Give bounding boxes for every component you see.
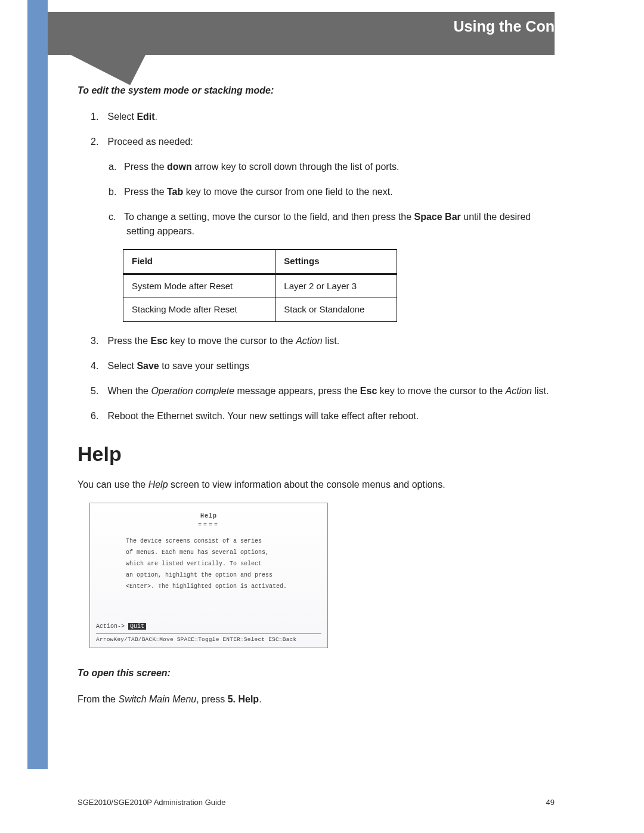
text-bold: down (167, 162, 192, 172)
text: You can use the (78, 479, 148, 490)
step-2: 2. Proceed as needed: a.Press the down a… (91, 135, 555, 322)
substep-a: a.Press the down arrow key to scroll dow… (109, 160, 555, 174)
text: key to move the cursor to the (168, 336, 296, 346)
step-4: 4. Select Save to save your settings (91, 359, 555, 373)
text: To change a setting, move the cursor to … (124, 212, 414, 222)
console-body: The device screens consist of a series o… (96, 535, 321, 592)
cell: Stack or Standalone (275, 298, 397, 322)
console-line: <Enter>. The highlighted option is activ… (126, 581, 292, 592)
page-footer: SGE2010/SGE2010P Administration Guide 49 (78, 798, 555, 807)
text-bold: Tab (167, 187, 183, 197)
step-5: 5. When the Operation complete message a… (91, 384, 555, 398)
procedure-heading-open-screen: To open this screen: (78, 666, 555, 680)
step-number: 6. (91, 409, 105, 423)
step-number: 1. (91, 110, 105, 124)
text-italic: Action (296, 336, 322, 346)
action-selected: Quit (128, 623, 146, 630)
step-1: 1. Select Edit. (91, 110, 555, 124)
cell: Stacking Mode after Reset (123, 298, 275, 322)
sub-letter: b. (109, 185, 124, 199)
text-bold: Edit (137, 112, 154, 122)
step-6: 6. Reboot the Ethernet switch. Your new … (91, 409, 555, 423)
text: Proceed as needed: (107, 137, 193, 147)
text: key to move the cursor to the (377, 386, 505, 396)
cell: Layer 2 or Layer 3 (275, 274, 397, 298)
table-row: Stacking Mode after Reset Stack or Stand… (123, 298, 397, 322)
console-action-line: Action-> Quit (96, 622, 321, 631)
action-label: Action-> (96, 623, 125, 630)
text-bold: 5. Help (228, 694, 259, 704)
step-number: 5. (91, 384, 105, 398)
table-header-row: Field Settings (123, 250, 397, 274)
page-content: To edit the system mode or stacking mode… (78, 83, 555, 707)
text: Reboot the Ethernet switch. Your new set… (107, 411, 419, 421)
step-number: 2. (91, 135, 105, 149)
text: message appears, press the (234, 386, 360, 396)
console-screenshot: Help ==== The device screens consist of … (89, 503, 328, 648)
text: list. (532, 386, 549, 396)
step-3: 3. Press the Esc key to move the cursor … (91, 334, 555, 348)
console-line: The device screens consist of a series (126, 535, 292, 547)
text: . (259, 694, 261, 704)
sub-letter: a. (109, 160, 124, 174)
section-heading-help: Help (78, 439, 555, 469)
text: When the (107, 386, 151, 396)
console-title-underline: ==== (96, 521, 321, 529)
step-number: 4. (91, 359, 105, 373)
text: Press the (124, 162, 167, 172)
text-bold: Esc (360, 386, 377, 396)
text: From the (78, 694, 118, 704)
text: list. (323, 336, 339, 346)
console-line: which are listed vertically. To select (126, 558, 292, 569)
text: Press the (107, 336, 150, 346)
text-italic: Help (148, 479, 168, 490)
text: key to move the cursor from one field to… (183, 187, 392, 197)
procedure-heading-edit-mode: To edit the system mode or stacking mode… (78, 83, 555, 98)
text-italic: Operation complete (151, 386, 234, 396)
footer-doc-title: SGE2010/SGE2010P Administration Guide (78, 798, 225, 807)
text-bold: Space Bar (414, 212, 461, 222)
text: . (155, 112, 157, 122)
console-line: of menus. Each menu has several options, (126, 547, 292, 558)
side-accent-bar (27, 0, 48, 769)
help-intro: You can use the Help screen to view info… (78, 478, 555, 492)
text-italic: Action (506, 386, 532, 396)
text-italic: Switch Main Menu (118, 694, 196, 704)
text: screen to view information about the con… (168, 479, 445, 490)
console-title: Help (96, 512, 321, 521)
text-bold: Save (137, 361, 159, 371)
substeps: a.Press the down arrow key to scroll dow… (91, 160, 555, 239)
substep-b: b.Press the Tab key to move the cursor f… (109, 185, 555, 199)
console-footer: ArrowKey/TAB/BACK=Move SPACE=Toggle ENTE… (96, 633, 321, 644)
text: arrow key to scroll down through the lis… (192, 162, 400, 172)
text: to save your settings (159, 361, 249, 371)
console-line: an option, highlight the option and pres… (126, 569, 292, 581)
footer-page-number: 49 (546, 798, 555, 807)
text: Select (107, 361, 137, 371)
table-row: System Mode after Reset Layer 2 or Layer… (123, 274, 397, 298)
sub-letter: c. (109, 210, 124, 224)
ordered-steps: 1. Select Edit. 2. Proceed as needed: a.… (78, 110, 555, 423)
text: , press (196, 694, 227, 704)
chapter-title: Using the Console (454, 18, 584, 35)
text: Select (107, 112, 137, 122)
text-bold: Esc (150, 336, 167, 346)
col-field: Field (123, 250, 275, 274)
cell: System Mode after Reset (123, 274, 275, 298)
open-instruction: From the Switch Main Menu, press 5. Help… (78, 692, 555, 707)
col-settings: Settings (275, 250, 397, 274)
text: Press the (124, 187, 167, 197)
chapter-subtitle: Help (454, 38, 584, 48)
header-diagonal (48, 55, 555, 85)
step-number: 3. (91, 334, 105, 348)
substep-c: c.To change a setting, move the cursor t… (109, 210, 555, 239)
header-text-block: Using the Console Help (454, 18, 584, 48)
settings-table: Field Settings System Mode after Reset L… (123, 249, 397, 322)
